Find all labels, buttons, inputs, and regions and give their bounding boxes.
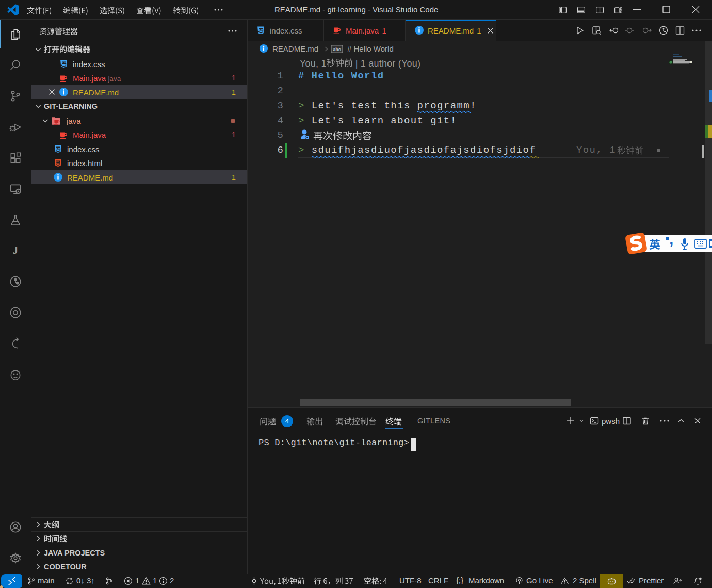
svg-text:abc: abc (333, 47, 341, 52)
